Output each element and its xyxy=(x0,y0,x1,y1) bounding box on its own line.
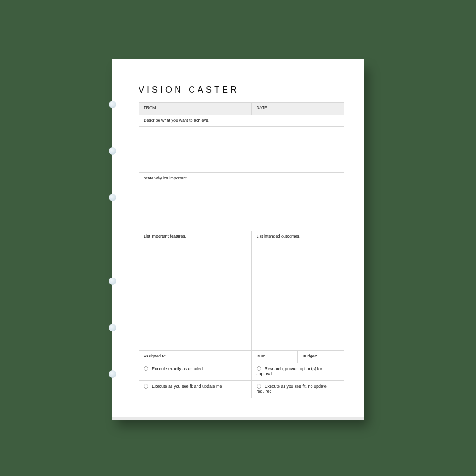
option-label: Research, provide option(s) for approval xyxy=(257,366,323,376)
punch-hole-icon xyxy=(109,194,116,201)
option-fit-update[interactable]: Execute as you see fit and update me xyxy=(139,381,252,398)
radio-icon xyxy=(257,366,261,371)
achieve-field[interactable] xyxy=(139,126,344,172)
from-label: FROM: xyxy=(139,103,252,115)
planner-page: VISION CASTER FROM: DATE: Describe what … xyxy=(112,59,364,417)
due-label: Due: xyxy=(251,350,298,363)
punch-hole-icon xyxy=(109,370,116,378)
punch-hole-icon xyxy=(109,101,116,108)
important-field[interactable] xyxy=(139,185,344,231)
radio-icon xyxy=(144,366,148,371)
option-label: Execute as you see fit and update me xyxy=(152,384,222,389)
option-exact[interactable]: Execute exactly as detailed xyxy=(139,363,252,381)
punch-holes xyxy=(109,59,117,417)
sheet: VISION CASTER FROM: DATE: Describe what … xyxy=(112,59,364,417)
option-fit-noupdate[interactable]: Execute as you see fit, no update requir… xyxy=(251,381,344,398)
features-prompt: List important features. xyxy=(139,231,252,243)
radio-icon xyxy=(144,384,148,389)
punch-hole-icon xyxy=(109,324,116,331)
achieve-prompt: Describe what you want to achieve. xyxy=(139,115,344,126)
content-area: VISION CASTER FROM: DATE: Describe what … xyxy=(139,85,344,398)
important-prompt: State why it's important. xyxy=(139,173,344,185)
vision-caster-form: FROM: DATE: Describe what you want to ac… xyxy=(139,102,344,398)
assigned-to-label: Assigned to: xyxy=(139,350,252,363)
option-research[interactable]: Research, provide option(s) for approval xyxy=(251,363,344,381)
option-label: Execute exactly as detailed xyxy=(152,366,203,371)
budget-label: Budget: xyxy=(298,350,344,363)
outcomes-prompt: List intended outcomes. xyxy=(251,231,344,243)
punch-hole-icon xyxy=(109,278,116,285)
outcomes-field[interactable] xyxy=(251,243,344,350)
option-label: Execute as you see fit, no update requir… xyxy=(257,384,327,394)
radio-icon xyxy=(257,384,261,389)
features-field[interactable] xyxy=(139,243,252,350)
punch-hole-icon xyxy=(109,147,116,155)
page-title: VISION CASTER xyxy=(139,85,344,95)
date-label: DATE: xyxy=(251,103,344,115)
